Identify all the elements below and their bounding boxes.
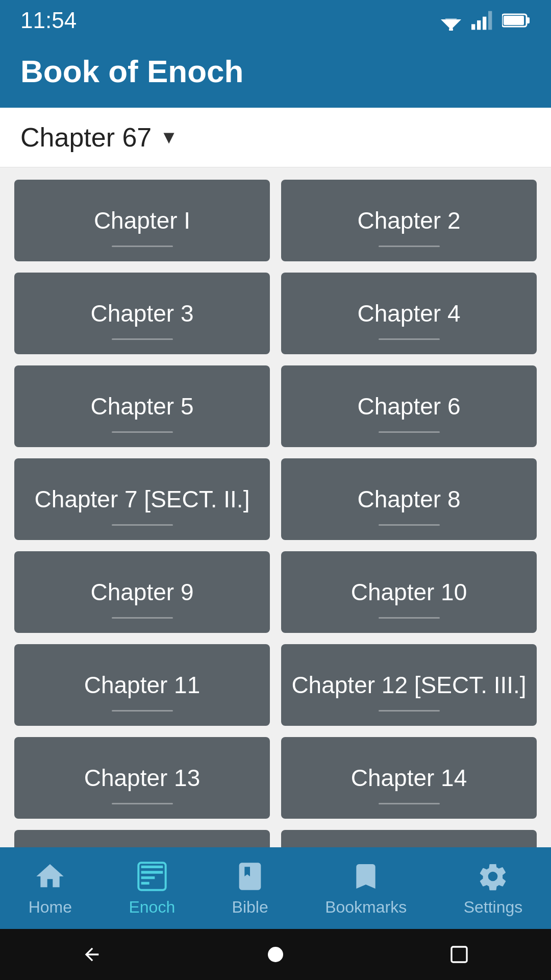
bible-icon: [234, 860, 266, 893]
chapter-button-8[interactable]: Chapter 8: [281, 458, 537, 540]
chapter-grid-container: Chapter IChapter 2Chapter 3Chapter 4Chap…: [0, 167, 551, 847]
recents-button[interactable]: [445, 940, 473, 969]
status-time: 11:54: [20, 8, 77, 33]
svg-rect-12: [452, 947, 467, 962]
status-icons: [439, 10, 531, 31]
back-button[interactable]: [78, 940, 106, 969]
chapter-button-9[interactable]: Chapter 9: [14, 551, 270, 633]
nav-label-bookmarks: Bookmarks: [325, 898, 407, 917]
chapter-button-13[interactable]: Chapter 13: [14, 737, 270, 819]
chapter-selector-label: Chapter 67: [20, 122, 152, 153]
nav-label-bible: Bible: [232, 898, 268, 917]
chapter-button-12[interactable]: Chapter 12 [SECT. III.]: [281, 644, 537, 726]
app-header: Book of Enoch: [0, 41, 551, 108]
nav-item-settings[interactable]: Settings: [464, 860, 523, 917]
bookmarks-icon: [349, 860, 382, 893]
chapter-button-6[interactable]: Chapter 6: [281, 365, 537, 447]
svg-rect-5: [483, 17, 486, 30]
svg-rect-9: [504, 16, 524, 25]
nav-item-home[interactable]: Home: [29, 860, 72, 917]
app-title: Book of Enoch: [20, 53, 531, 89]
chapter-button-5[interactable]: Chapter 5: [14, 365, 270, 447]
chapter-button-11[interactable]: Chapter 11: [14, 644, 270, 726]
chapter-button-1[interactable]: Chapter I: [14, 180, 270, 261]
nav-item-bible[interactable]: Bible: [232, 860, 268, 917]
status-bar: 11:54: [0, 0, 551, 41]
chapter-button-14[interactable]: Chapter 14: [281, 737, 537, 819]
chapter-selector-button[interactable]: Chapter 67 ▼: [20, 122, 178, 153]
chapter-button-10[interactable]: Chapter 10: [281, 551, 537, 633]
nav-label-settings: Settings: [464, 898, 523, 917]
chapter-button-2[interactable]: Chapter 2: [281, 180, 537, 261]
chapter-button-3[interactable]: Chapter 3: [14, 273, 270, 354]
svg-point-11: [268, 947, 283, 962]
nav-label-enoch: Enoch: [129, 898, 175, 917]
svg-rect-8: [527, 17, 530, 23]
svg-rect-3: [471, 24, 475, 30]
enoch-icon: [136, 860, 168, 893]
bottom-nav: Home Enoch Bible Bookmarks Settings: [0, 847, 551, 929]
chevron-down-icon: ▼: [160, 127, 178, 148]
nav-item-enoch[interactable]: Enoch: [129, 860, 175, 917]
chapter-button-16[interactable]: Chapter 16: [281, 830, 537, 847]
home-button[interactable]: [261, 940, 290, 969]
wifi-icon: [439, 10, 463, 31]
chapter-grid: Chapter IChapter 2Chapter 3Chapter 4Chap…: [14, 180, 537, 847]
nav-item-bookmarks[interactable]: Bookmarks: [325, 860, 407, 917]
system-nav-bar: [0, 929, 551, 980]
chapter-button-7[interactable]: Chapter 7 [SECT. II.]: [14, 458, 270, 540]
svg-rect-4: [477, 20, 481, 30]
chapter-button-4[interactable]: Chapter 4: [281, 273, 537, 354]
settings-icon: [477, 860, 509, 893]
chapter-button-15[interactable]: Chapter 15: [14, 830, 270, 847]
svg-rect-6: [488, 11, 492, 30]
signal-icon: [471, 10, 494, 31]
home-icon: [34, 860, 66, 893]
battery-icon: [502, 11, 531, 30]
nav-label-home: Home: [29, 898, 72, 917]
chapter-selector-bar[interactable]: Chapter 67 ▼: [0, 108, 551, 167]
